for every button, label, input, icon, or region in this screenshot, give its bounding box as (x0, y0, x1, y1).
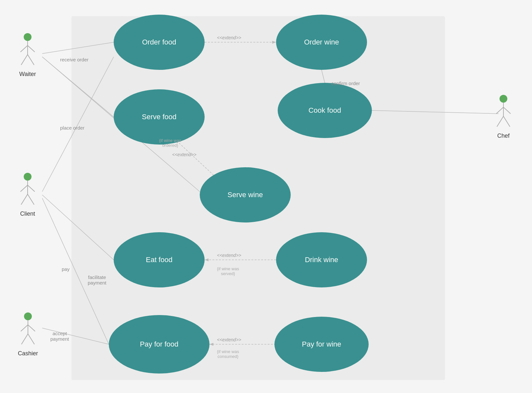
use-case-serve-food: Serve food (114, 89, 205, 145)
label-accept-payment: accept payment (50, 331, 69, 342)
label-place-order: place order (60, 125, 84, 131)
diagram-container: Waiter Client Chef (0, 0, 532, 393)
svg-line-24 (21, 194, 28, 205)
extend-label-1: <<extend>> (217, 35, 241, 40)
svg-line-31 (503, 116, 510, 127)
use-case-cook-food: Cook food (278, 83, 372, 138)
cashier-label: Cashier (18, 350, 38, 357)
svg-point-26 (500, 95, 507, 103)
svg-line-19 (28, 55, 34, 65)
actor-chef: Chef (494, 94, 513, 139)
actor-client: Client (18, 172, 37, 217)
use-case-pay-for-food: Pay for food (109, 315, 209, 374)
svg-point-32 (24, 312, 32, 320)
svg-line-34 (21, 325, 28, 331)
use-case-serve-wine: Serve wine (200, 167, 291, 222)
svg-line-18 (21, 55, 28, 65)
extend-label-2: <<extend>> (172, 152, 196, 157)
svg-line-36 (21, 334, 28, 344)
use-case-drink-wine: Drink wine (276, 232, 367, 287)
use-case-pay-for-wine: Pay for wine (274, 317, 369, 372)
svg-line-29 (503, 107, 511, 114)
use-case-eat-food: Eat food (114, 232, 205, 287)
chef-label: Chef (497, 133, 510, 139)
use-case-order-wine: Order wine (276, 15, 367, 70)
use-case-order-food: Order food (114, 15, 205, 70)
svg-line-23 (28, 185, 35, 192)
svg-line-37 (28, 334, 34, 344)
label-confirm-order: confirm order (331, 81, 360, 86)
svg-line-16 (20, 45, 28, 52)
actor-cashier: Cashier (18, 312, 38, 357)
svg-line-30 (497, 116, 503, 127)
extend-label-3: <<extend>> (217, 253, 241, 258)
label-pay: pay (62, 266, 70, 272)
condition-label-1: {if wine wasordered} (159, 138, 181, 148)
svg-point-20 (24, 173, 32, 181)
label-receive-order: receive order (60, 57, 89, 62)
actor-waiter: Waiter (18, 32, 37, 78)
svg-point-14 (24, 33, 32, 41)
svg-line-28 (496, 107, 503, 114)
extend-label-4: <<extend>> (217, 337, 241, 342)
svg-line-17 (28, 45, 35, 52)
waiter-label: Waiter (19, 71, 36, 78)
client-label: Client (20, 210, 35, 217)
svg-line-25 (28, 194, 34, 205)
label-facilitate-payment: facilitate payment (88, 274, 107, 285)
condition-label-3: {if wine wasconsumed} (217, 349, 239, 359)
svg-line-22 (20, 185, 28, 192)
condition-label-2: {if wine wasserved} (217, 266, 239, 276)
svg-line-35 (28, 325, 35, 331)
